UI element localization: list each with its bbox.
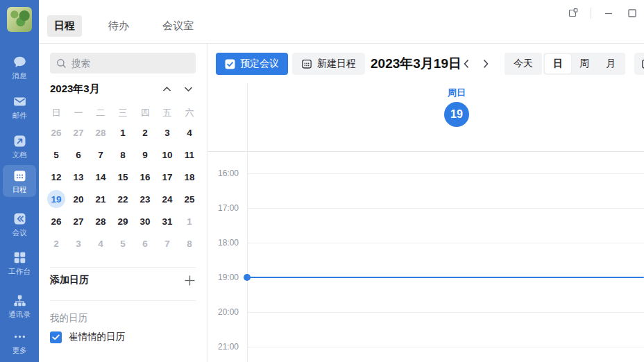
- new-event-button[interactable]: 新建日程: [292, 53, 365, 75]
- window-controls: [567, 7, 638, 19]
- mini-calendar-day[interactable]: 8: [112, 144, 134, 166]
- mini-calendar-day[interactable]: 2: [134, 121, 156, 144]
- mini-calendar-day[interactable]: 20: [67, 188, 90, 210]
- mini-calendar-day[interactable]: 21: [90, 188, 112, 210]
- mini-calendar-day[interactable]: 1: [112, 121, 134, 144]
- avatar[interactable]: [7, 7, 32, 32]
- rail-item-messages[interactable]: 消息: [3, 51, 36, 83]
- mini-calendar-day[interactable]: 2: [45, 232, 67, 255]
- mini-calendar-day[interactable]: 6: [67, 144, 90, 166]
- calendar-checkbox-checked[interactable]: [50, 331, 62, 343]
- mini-calendar-day[interactable]: 11: [178, 144, 201, 166]
- mail-icon: [12, 94, 27, 109]
- current-time-dot: [244, 274, 251, 281]
- mini-calendar-day[interactable]: 8: [178, 232, 201, 255]
- maximize-button[interactable]: [626, 7, 638, 19]
- room-view-button[interactable]: [634, 53, 644, 75]
- prev-day-icon[interactable]: [458, 55, 475, 73]
- mini-calendar-row: 2627282930311: [45, 210, 201, 232]
- rail-item-meeting[interactable]: 会议: [3, 208, 36, 240]
- mini-calendar-row: 567891011: [45, 144, 201, 166]
- mini-calendar-day[interactable]: 5: [112, 232, 134, 255]
- app-rail: 消息邮件文档日程会议工作台通讯录更多: [0, 0, 39, 362]
- mini-calendar-day-selected[interactable]: 19: [45, 188, 67, 210]
- mini-calendar-day[interactable]: 5: [45, 144, 67, 166]
- mini-calendar-day[interactable]: 26: [45, 210, 67, 232]
- mini-calendar-day[interactable]: 28: [90, 121, 112, 144]
- rail-item-calendar[interactable]: 日程: [3, 165, 36, 197]
- mini-calendar-day[interactable]: 30: [134, 210, 156, 232]
- mini-calendar-day[interactable]: 17: [156, 166, 178, 188]
- mini-calendar-day[interactable]: 28: [90, 210, 112, 232]
- tab-rooms[interactable]: 会议室: [155, 15, 201, 37]
- book-meeting-button[interactable]: 预定会议: [216, 53, 288, 75]
- calendar-icon: [12, 169, 27, 183]
- mini-calendar-day[interactable]: 6: [134, 232, 156, 255]
- grid-icon: [12, 250, 27, 265]
- mini-calendar-day[interactable]: 10: [156, 144, 178, 166]
- mini-calendar-day[interactable]: 4: [90, 232, 112, 255]
- mini-calendar-day[interactable]: 26: [45, 121, 67, 144]
- dots-icon: [12, 329, 27, 344]
- rail-item-more[interactable]: 更多: [3, 326, 36, 358]
- mini-calendar-day[interactable]: 18: [178, 166, 201, 188]
- window-controls-divider: [591, 8, 591, 19]
- hour-gridline: [248, 208, 644, 209]
- mini-calendar-day[interactable]: 3: [156, 121, 178, 144]
- day-number-badge[interactable]: 19: [444, 102, 469, 127]
- hour-gridline: [248, 312, 644, 313]
- rail-item-docs[interactable]: 文档: [3, 130, 36, 162]
- mini-calendar-day[interactable]: 7: [90, 144, 112, 166]
- rail-item-contacts[interactable]: 通讯录: [3, 290, 36, 322]
- mini-calendar-day[interactable]: 27: [67, 121, 90, 144]
- mini-calendar-day[interactable]: 1: [178, 210, 201, 232]
- rail-item-label: 日程: [12, 185, 27, 193]
- mini-calendar-day[interactable]: 24: [156, 188, 178, 210]
- hour-gridline: [248, 347, 644, 347]
- weekday-label: 日: [45, 105, 67, 121]
- tab-schedule[interactable]: 日程: [47, 15, 82, 37]
- current-time-line: [247, 277, 644, 278]
- mini-calendar-day[interactable]: 9: [134, 144, 156, 166]
- mini-calendar-day[interactable]: 31: [156, 210, 178, 232]
- rail-item-label: 会议: [12, 228, 27, 236]
- today-button[interactable]: 今天: [505, 53, 542, 75]
- mini-calendar-day[interactable]: 15: [112, 166, 134, 188]
- check-square-icon: [225, 59, 235, 69]
- minimize-button[interactable]: [602, 7, 615, 19]
- mini-calendar-day[interactable]: 12: [45, 166, 67, 188]
- popout-icon[interactable]: [567, 7, 579, 19]
- weekday-label: 二: [90, 105, 112, 121]
- search-box[interactable]: [50, 53, 196, 74]
- rail-item-workspace[interactable]: 工作台: [3, 247, 36, 279]
- prev-month-icon[interactable]: [162, 86, 171, 92]
- weekday-label: 六: [178, 105, 201, 121]
- hour-label: 18:00: [208, 237, 239, 248]
- view-option-月[interactable]: 月: [598, 54, 624, 74]
- mini-calendar-day[interactable]: 14: [90, 166, 112, 188]
- mini-calendar-day[interactable]: 7: [156, 232, 178, 255]
- add-calendar-label: 添加日历: [50, 274, 184, 286]
- mini-calendar-day[interactable]: 22: [112, 188, 134, 210]
- mini-calendar-day[interactable]: 4: [178, 121, 201, 144]
- view-option-日-selected[interactable]: 日: [545, 54, 571, 74]
- rail-item-mail[interactable]: 邮件: [3, 91, 36, 123]
- chat-icon: [12, 55, 27, 69]
- weekday-label: 四: [134, 105, 156, 121]
- mini-calendar-day[interactable]: 25: [178, 188, 201, 210]
- mini-calendar-day[interactable]: 3: [67, 232, 90, 255]
- calendar-name: 崔情情的日历: [69, 331, 125, 343]
- mini-calendar-day[interactable]: 13: [67, 166, 90, 188]
- mini-calendar-day[interactable]: 23: [134, 188, 156, 210]
- next-day-icon[interactable]: [477, 55, 494, 73]
- mini-calendar-day[interactable]: 27: [67, 210, 90, 232]
- mini-calendar-day[interactable]: 29: [112, 210, 134, 232]
- tab-todo[interactable]: 待办: [101, 15, 136, 37]
- add-calendar-row[interactable]: 添加日历: [50, 274, 196, 286]
- view-option-周[interactable]: 周: [571, 54, 598, 74]
- next-month-icon[interactable]: [184, 86, 193, 92]
- plus-icon[interactable]: [184, 275, 196, 286]
- calendar-list-item[interactable]: 崔情情的日历: [50, 329, 196, 345]
- search-input[interactable]: [71, 58, 183, 69]
- mini-calendar-day[interactable]: 16: [134, 166, 156, 188]
